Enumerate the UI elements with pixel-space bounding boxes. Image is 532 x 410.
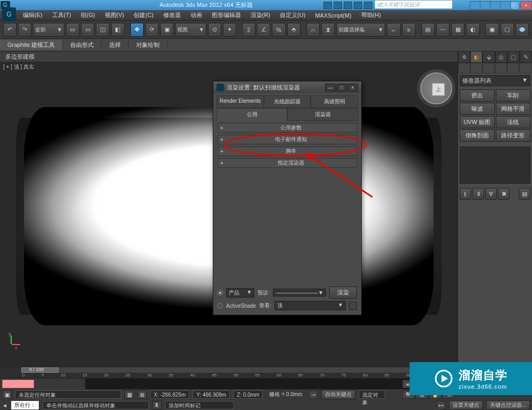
show-end-icon[interactable]: Ⅱ <box>472 188 484 200</box>
modify-tab-icon[interactable]: ◐ <box>470 51 483 63</box>
trackbar-key[interactable] <box>2 380 34 388</box>
unique-icon[interactable]: ∀ <box>485 188 497 200</box>
tab-common[interactable]: 公用 <box>217 108 287 121</box>
lock-view-icon[interactable] <box>349 302 357 310</box>
signin-icon[interactable] <box>480 1 491 10</box>
material-editor-icon[interactable]: ◐ <box>466 23 479 37</box>
application-menu-button[interactable]: G <box>2 7 16 21</box>
ribbon-tab-freeform[interactable]: 自由形式 <box>63 40 102 50</box>
viewport-label[interactable]: [ + ] 顶 ] 真实 <box>3 63 34 71</box>
percent-snap-icon[interactable]: % <box>272 23 285 37</box>
remove-mod-icon[interactable]: ✖ <box>498 188 510 200</box>
activeshade-radio[interactable] <box>218 303 223 308</box>
coord-z[interactable]: Z: 0.0mm <box>233 390 263 399</box>
spinner-snap-icon[interactable]: ⬘ <box>287 23 301 37</box>
menu-customize[interactable]: 自定义(U) <box>275 10 310 20</box>
rollout-common-params[interactable]: +公用参数 <box>218 123 357 133</box>
menu-group[interactable]: 组(G) <box>76 10 100 20</box>
qat-icon[interactable] <box>323 2 332 9</box>
production-radio[interactable] <box>218 290 223 296</box>
dialog-close-button[interactable]: × <box>347 84 358 92</box>
isolate-icon[interactable]: ▦ <box>124 390 134 399</box>
timetag-icon[interactable]: ⧗ <box>152 401 162 409</box>
mod-button[interactable]: UVW 贴图 <box>460 116 495 128</box>
select-region-icon[interactable]: ◫ <box>96 23 109 37</box>
question-icon[interactable] <box>500 1 511 10</box>
help-search[interactable]: 键入关键字或短语 <box>375 1 452 9</box>
selection-lock-icon[interactable]: ▣ <box>2 390 12 399</box>
refcoord-dropdown[interactable]: 视图▼ <box>175 23 206 37</box>
autokey-button[interactable]: 自动关键点 <box>321 390 355 399</box>
menu-create[interactable]: 创建(C) <box>129 10 158 20</box>
window-crossing-icon[interactable]: ◧ <box>111 23 124 37</box>
render-frame-icon[interactable]: ▢ <box>501 23 514 37</box>
mod-button[interactable]: 倒角剖面 <box>460 129 495 142</box>
motion-tab-icon[interactable]: ◎ <box>495 51 508 63</box>
qat-icon[interactable] <box>344 2 352 9</box>
help-icon[interactable] <box>470 1 480 10</box>
rotate-icon[interactable]: ⟳ <box>145 23 159 37</box>
close-button[interactable]: × <box>520 1 532 10</box>
qat-icon[interactable] <box>334 2 342 9</box>
dialog-minimize-button[interactable]: — <box>325 84 336 92</box>
menu-view[interactable]: 视图(V) <box>100 10 129 20</box>
key-mode-icon[interactable]: ⊸ <box>309 390 318 399</box>
viewcube[interactable] <box>420 72 452 104</box>
menu-grapheditors[interactable]: 图形编辑器 <box>207 10 246 20</box>
modifier-stack[interactable] <box>460 146 530 184</box>
subcat-icon[interactable] <box>519 63 531 73</box>
star-icon[interactable] <box>490 1 501 10</box>
mod-button[interactable]: 网格平滑 <box>496 103 531 115</box>
modifier-list-dropdown[interactable]: 修改器列表▼ <box>460 75 530 86</box>
rollout-email[interactable]: +电子邮件通知 <box>218 135 357 144</box>
tab-render-elements[interactable]: Render Elements <box>217 95 264 108</box>
menu-edit[interactable]: 编辑(E) <box>18 10 47 20</box>
time-slider[interactable]: 0 / 100 05101520253035404550556065707580… <box>0 367 458 378</box>
layer-icon[interactable]: ▤ <box>421 23 435 37</box>
tab-advanced-lighting[interactable]: 高级照明 <box>311 95 358 108</box>
named-selection[interactable]: 创建选择集▼ <box>336 23 385 37</box>
subcat-icon[interactable] <box>470 63 483 73</box>
ribbon-tab-paint[interactable]: 对象绘制 <box>129 40 168 50</box>
render-setup-icon[interactable]: ▣ <box>485 23 498 37</box>
create-tab-icon[interactable]: ✲ <box>458 51 470 63</box>
menu-animation[interactable]: 动画 <box>186 10 207 20</box>
render-button[interactable]: 渲染 <box>329 286 357 299</box>
mod-button[interactable]: 挤出 <box>460 89 495 102</box>
view-dropdown[interactable]: 顶▼ <box>275 301 346 310</box>
display-tab-icon[interactable]: ▢ <box>508 51 520 63</box>
angle-snap-icon[interactable]: ∠ <box>257 23 270 37</box>
qat-icon[interactable] <box>364 2 372 9</box>
ribbon-tab-selection[interactable]: 选择 <box>102 40 129 50</box>
select-icon[interactable]: ▭ <box>66 23 79 37</box>
rollout-assign-renderer[interactable]: +指定渲染器 <box>218 158 357 168</box>
selection-filter[interactable]: 全部▼ <box>33 23 64 37</box>
ribbon-tab-graphite[interactable]: Graphite 建模工具 <box>0 40 63 50</box>
mod-button[interactable]: 噪波 <box>460 103 495 115</box>
move-icon[interactable]: ✥ <box>130 23 144 37</box>
mod-button[interactable]: 车削 <box>496 89 531 102</box>
undo-icon[interactable]: ↶ <box>3 23 16 37</box>
coord-x[interactable]: X: -286.825m <box>150 390 189 399</box>
render-icon[interactable] <box>516 23 529 37</box>
subcat-icon[interactable] <box>483 63 495 73</box>
key-icon[interactable]: ⊷ <box>436 401 446 409</box>
configure-sets-icon[interactable]: ▤ <box>519 188 530 200</box>
preset-dropdown[interactable]: ————————▼ <box>273 289 326 297</box>
rollout-scripts[interactable]: +脚本 <box>218 146 357 156</box>
keyfilter-button[interactable]: 关键点过滤器... <box>486 400 530 410</box>
mod-button[interactable]: 路径变形 <box>496 129 531 142</box>
mirror-tool-icon[interactable]: ⟗ <box>387 23 400 37</box>
dialog-maximize-button[interactable]: □ <box>336 84 347 92</box>
menu-modifiers[interactable]: 修改器 <box>159 10 186 20</box>
tab-renderer[interactable]: 渲染器 <box>287 108 358 121</box>
mod-button[interactable]: 法线 <box>496 116 531 128</box>
lock-icon[interactable]: ⊠ <box>137 390 147 399</box>
subcat-icon[interactable] <box>507 63 519 73</box>
script-listener[interactable]: 所在行： <box>11 400 39 410</box>
scale-icon[interactable]: ▣ <box>160 23 173 37</box>
coord-y[interactable]: Y: 466.909m <box>193 390 230 399</box>
curve-editor-icon[interactable]: 〰 <box>436 23 450 37</box>
snap-icon[interactable]: 2 <box>242 23 255 37</box>
subcat-icon[interactable] <box>495 63 507 73</box>
